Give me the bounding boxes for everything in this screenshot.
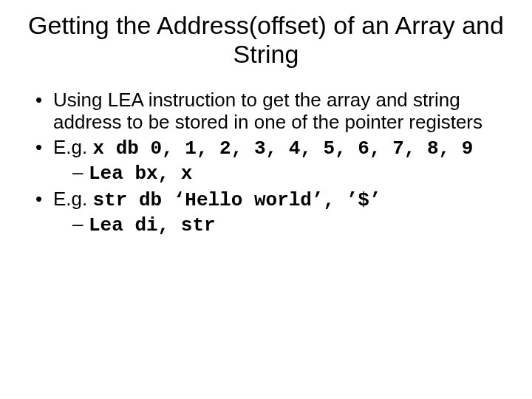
bullet-3-sub-code: Lea di, str <box>89 214 216 236</box>
bullet-3-code: str db ‘Hello world’, ’$’ <box>92 189 381 211</box>
bullet-2: E.g. x db 0, 1, 2, 3, 4, 5, 6, 7, 8, 9 L… <box>35 137 510 185</box>
bullet-2-code: x db 0, 1, 2, 3, 4, 5, 6, 7, 8, 9 <box>92 137 473 160</box>
bullet-1: Using LEA instruction to get the array a… <box>35 89 510 134</box>
bullet-2-sub-code: Lea bx, x <box>89 163 192 185</box>
slide-body: Using LEA instruction to get the array a… <box>22 89 510 236</box>
slide-title: Getting the Address(offset) of an Array … <box>22 11 510 69</box>
bullet-3-sub: Lea di, str <box>72 214 510 237</box>
bullet-2-sub: Lea bx, x <box>72 162 510 185</box>
bullet-3: E.g. str db ‘Hello world’, ’$’ Lea di, s… <box>35 188 510 237</box>
bullet-3-prefix: E.g. <box>53 188 92 210</box>
bullet-2-prefix: E.g. <box>53 136 92 158</box>
